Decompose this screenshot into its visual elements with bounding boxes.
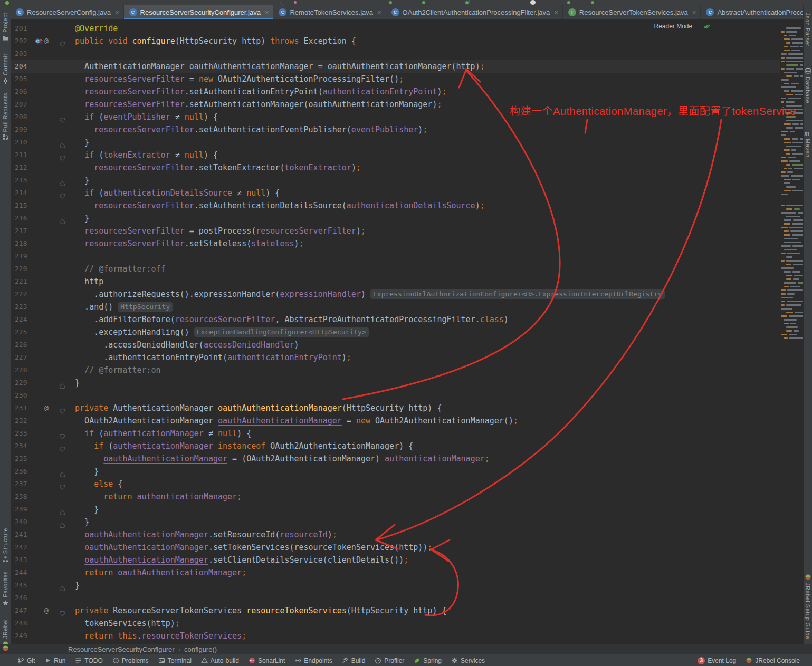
close-tab-icon[interactable]: ×	[554, 8, 558, 16]
annotation-gutter-icon[interactable]: @	[44, 604, 49, 617]
status-item-profiler[interactable]: Profiler	[370, 657, 409, 664]
close-tab-icon[interactable]: ×	[115, 8, 119, 16]
code-line[interactable]: 249 return this.resourceTokenServices;	[11, 630, 780, 642]
code-line[interactable]: 215 resourcesServerFilter.setAuthenticat…	[11, 199, 780, 212]
code-line[interactable]: 234 if (authenticationManager instanceof…	[11, 440, 780, 452]
stripe-item-maven[interactable]: mMaven	[804, 130, 812, 158]
stripe-item-jrebel[interactable]: JRebel	[0, 619, 11, 648]
code-line[interactable]: 205 resourcesServerFilter = new OAuth2Au…	[11, 73, 780, 85]
code-line[interactable]: 210 }	[11, 136, 780, 149]
status-item-jrebel-console[interactable]: JRebel Console	[741, 657, 805, 664]
code-line[interactable]: 217 resourcesServerFilter = postProcess(…	[11, 225, 780, 237]
code-line[interactable]: 220 // @formatter:off	[11, 263, 780, 275]
code-line[interactable]: 240 }	[11, 516, 780, 528]
status-item-terminal[interactable]: Terminal	[154, 657, 196, 664]
code-line[interactable]: 237 else {	[11, 478, 780, 490]
code-line[interactable]: 233 if (authenticationManager ≠ null) {	[11, 427, 780, 440]
code-line[interactable]: 207 resourcesServerFilter.setAuthenticat…	[11, 98, 780, 111]
tab-ResourceServerTokenServices-java[interactable]: IResourceServerTokenServices.java×	[563, 5, 701, 19]
status-item-spring[interactable]: Spring	[409, 657, 446, 664]
breadcrumb-item[interactable]: ResourceServerSecurityConfigurer	[67, 645, 176, 653]
code-line[interactable]: 211 if (tokenExtractor ≠ null) {	[11, 149, 780, 161]
gutter-icons	[34, 225, 57, 237]
code-line[interactable]: 235 oauthAuthenticationManager = (OAuth2…	[11, 452, 780, 465]
stripe-item-project[interactable]: Project	[0, 13, 11, 42]
stripe-item-label: Project	[2, 13, 8, 33]
status-item-services[interactable]: Services	[446, 657, 490, 664]
code-line[interactable]: 242 oauthAuthenticationManager.setTokenS…	[11, 541, 780, 554]
minimap-bar	[781, 101, 784, 103]
code-line[interactable]: 214 if (authenticationDetailsSource ≠ nu…	[11, 187, 780, 199]
code-line[interactable]: 206 resourcesServerFilter.setAuthenticat…	[11, 85, 780, 98]
code-line[interactable]: 248 tokenServices(http);	[11, 617, 780, 630]
code-line[interactable]: 230	[11, 389, 780, 402]
code-text	[65, 592, 780, 604]
stripe-item-structure[interactable]: Structure	[0, 528, 11, 563]
status-item-endpoints[interactable]: Endpoints	[290, 657, 337, 664]
status-item-git[interactable]: Git	[13, 657, 40, 664]
annotation-gutter-icon[interactable]: @	[44, 402, 49, 414]
stripe-item-database[interactable]: Database	[804, 67, 812, 103]
close-tab-icon[interactable]: ×	[265, 8, 269, 16]
code-line[interactable]: 213 }	[11, 174, 780, 187]
code-line[interactable]: 243 oauthAuthenticationManager.setClient…	[11, 554, 780, 566]
code-line[interactable]: 226 .accessDeniedHandler(accessDeniedHan…	[11, 339, 780, 351]
code-line[interactable]: 244 return oauthAuthenticationManager;	[11, 566, 780, 579]
stripe-item-favorites[interactable]: Favorites	[0, 571, 11, 606]
code-line[interactable]: 219	[11, 250, 780, 263]
minimap-bar	[784, 323, 789, 324]
run-config-combo[interactable]	[280, 0, 470, 5]
editor[interactable]: 201 @Override202@ public void configure(…	[11, 19, 780, 644]
tab-ResourceServerSecurityConfigurer-java[interactable]: CResourceServerSecurityConfigurer.java×	[124, 5, 274, 19]
close-tab-icon[interactable]: ×	[377, 8, 381, 16]
tab-ResourceServerConfig-java[interactable]: CResourceServerConfig.java×	[11, 5, 124, 19]
tab-OAuth2ClientAuthenticationProcessingFilter-java[interactable]: COAuth2ClientAuthenticationProcessingFil…	[386, 5, 563, 19]
code-line[interactable]: 202@ public void configure(HttpSecurity …	[11, 35, 780, 47]
code-line[interactable]: 225 .exceptionHandling() ExceptionHandli…	[11, 326, 780, 339]
code-line[interactable]: 221 http	[11, 275, 780, 288]
code-line[interactable]: 204 AuthenticationManager oauthAuthentic…	[11, 60, 780, 73]
code-line[interactable]: 231@ private AuthenticationManager oauth…	[11, 402, 780, 414]
status-item-auto-build[interactable]: Auto-build	[196, 657, 244, 664]
reader-mode-label[interactable]: Reader Mode	[654, 23, 692, 30]
code-line[interactable]: 247@ private ResourceServerTokenServices…	[11, 604, 780, 617]
code-line[interactable]: 241 oauthAuthenticationManager.setResour…	[11, 528, 780, 541]
status-item-run[interactable]: Run	[40, 657, 70, 664]
annotation-gutter-icon[interactable]: @	[44, 35, 49, 47]
code-line[interactable]: 212 resourcesServerFilter.setTokenExtrac…	[11, 161, 780, 174]
code-line[interactable]: 239 }	[11, 503, 780, 516]
code-line[interactable]: 245 }	[11, 579, 780, 592]
code-line[interactable]: 236 }	[11, 465, 780, 478]
code-line[interactable]: 223 .and() HttpSecurity	[11, 301, 780, 313]
code-line[interactable]: 229 }	[11, 377, 780, 389]
status-item-sonarlint[interactable]: SonarLint	[244, 657, 290, 664]
stripe-item-json-parser[interactable]: Json Parser	[804, 13, 812, 46]
tab-RemoteTokenServices-java[interactable]: CRemoteTokenServices.java×	[273, 5, 386, 19]
code-line[interactable]: 203	[11, 47, 780, 60]
stripe-item-pull-requests[interactable]: Pull Requests	[0, 93, 11, 141]
code-line[interactable]: 208 if (eventPublisher ≠ null) {	[11, 111, 780, 123]
tab-AbstractAuthenticationProcessingFilter-class[interactable]: CAbstractAuthenticationProcessingFilter.…	[701, 5, 812, 19]
line-number: 231	[11, 402, 34, 414]
code-line[interactable]: 227 .authenticationEntryPoint(authentica…	[11, 351, 780, 364]
breadcrumb-item[interactable]: configure()	[183, 645, 218, 653]
code-line[interactable]: 238 return authenticationManager;	[11, 490, 780, 503]
code-line[interactable]: 224 .addFilterBefore(resourcesServerFilt…	[11, 313, 780, 326]
status-item-event-log[interactable]: 3Event Log	[693, 657, 741, 664]
code-line[interactable]: 222 .authorizeRequests().expressionHandl…	[11, 288, 780, 301]
status-item-todo[interactable]: TODO	[70, 657, 107, 664]
overrides-method-icon[interactable]	[35, 37, 43, 45]
status-item-problems[interactable]: Problems	[108, 657, 154, 664]
inspections-ok-icon[interactable]: ✔✔	[703, 23, 711, 31]
code-line[interactable]: 218 resourcesServerFilter.setStateless(s…	[11, 237, 780, 250]
code-line[interactable]: 228 // @formatter:on	[11, 364, 780, 377]
code-line[interactable]: 232 OAuth2AuthenticationManager oauthAut…	[11, 414, 780, 427]
code-line[interactable]: 246	[11, 592, 780, 604]
close-tab-icon[interactable]: ×	[692, 8, 696, 16]
stripe-item-jrebel-setup-guide[interactable]: JRebel Setup Guide	[804, 574, 812, 639]
status-item-build[interactable]: Build	[337, 657, 370, 664]
code-minimap[interactable]	[780, 19, 804, 644]
stripe-item-commit[interactable]: Commit	[0, 54, 11, 84]
code-line[interactable]: 209 resourcesServerFilter.setAuthenticat…	[11, 123, 780, 136]
code-line[interactable]: 216 }	[11, 212, 780, 225]
